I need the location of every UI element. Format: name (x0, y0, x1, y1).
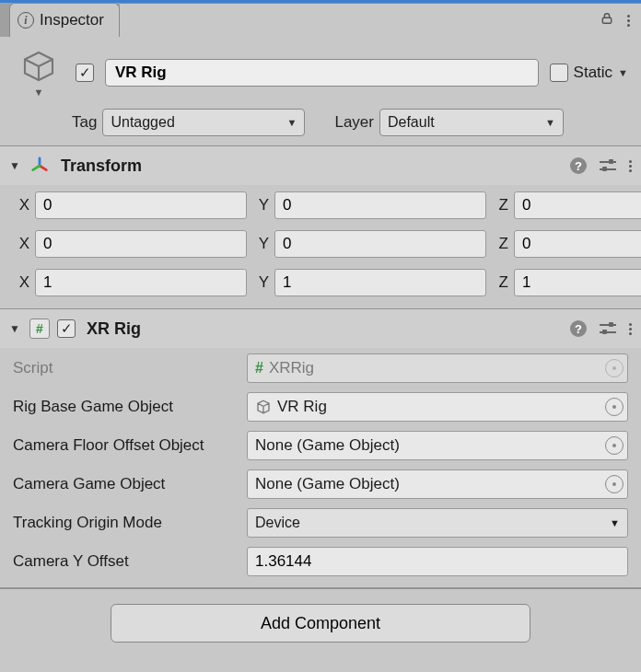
layer-value: Default (388, 114, 435, 131)
object-picker-icon[interactable] (605, 398, 624, 416)
camera-obj-value: None (Game Object) (255, 475, 600, 493)
xrrig-title: XR Rig (87, 319, 563, 339)
tracking-mode-value: Device (255, 515, 300, 531)
scale-y-input[interactable] (274, 269, 486, 296)
object-picker-icon[interactable] (605, 436, 624, 455)
axis-x-label: X (13, 273, 29, 292)
static-dropdown-chevron-icon[interactable]: ▼ (618, 67, 628, 78)
inspector-menu-icon[interactable] (627, 15, 630, 27)
y-offset-input[interactable] (247, 547, 628, 576)
tag-label: Tag (72, 113, 97, 132)
floor-offset-label: Camera Floor Offset Object (13, 436, 247, 455)
inspector-tab[interactable]: i Inspector (9, 3, 120, 37)
y-offset-label: Camera Y Offset (13, 552, 247, 571)
transform-component: ▼ Transform ? Position X Y Z Rotation X … (0, 145, 641, 309)
static-label: Static (574, 64, 613, 82)
layer-dropdown[interactable]: Default ▼ (379, 109, 564, 136)
gameobject-icon-chevron-icon[interactable]: ▼ (34, 87, 44, 98)
rotation-z-input[interactable] (514, 230, 641, 258)
help-icon[interactable]: ? (570, 320, 587, 337)
rotation-x-input[interactable] (35, 230, 247, 258)
gameobject-icon[interactable] (20, 48, 57, 85)
script-label: Script (13, 359, 247, 377)
scale-z-input[interactable] (514, 269, 641, 296)
gameobject-name-input[interactable] (105, 59, 539, 87)
script-icon: # (29, 319, 50, 339)
transform-title: Transform (61, 156, 563, 176)
rig-base-value: VR Rig (277, 398, 600, 416)
camera-obj-field[interactable]: None (Game Object) (247, 469, 628, 499)
script-value: XRRig (269, 359, 600, 377)
tag-value: Untagged (111, 114, 174, 131)
position-x-input[interactable] (35, 191, 247, 219)
add-component-button[interactable]: Add Component (111, 604, 530, 643)
help-icon[interactable]: ? (570, 157, 587, 174)
axis-z-label: Z (492, 235, 508, 253)
chevron-down-icon: ▼ (287, 117, 297, 128)
tracking-mode-label: Tracking Origin Mode (13, 514, 247, 532)
svg-rect-0 (602, 17, 611, 23)
layer-label: Layer (334, 113, 374, 132)
axis-y-label: Y (252, 273, 269, 292)
info-icon: i (17, 12, 34, 29)
static-checkbox[interactable] (550, 64, 568, 82)
axis-x-label: X (13, 235, 29, 253)
xrrig-enabled-checkbox[interactable]: ✓ (57, 319, 76, 338)
component-menu-icon[interactable] (629, 160, 632, 172)
lock-icon[interactable] (600, 11, 614, 29)
tab-title: Inspector (40, 11, 104, 29)
object-picker-icon[interactable] (605, 475, 624, 493)
component-menu-icon[interactable] (629, 323, 632, 335)
position-z-input[interactable] (514, 191, 641, 219)
foldout-icon[interactable]: ▼ (9, 322, 22, 335)
tracking-mode-dropdown[interactable]: Device ▼ (247, 508, 628, 538)
gameobject-active-checkbox[interactable]: ✓ (76, 64, 94, 82)
hash-icon: # (255, 360, 263, 377)
transform-header[interactable]: ▼ Transform ? (0, 146, 641, 185)
rig-base-label: Rig Base Game Object (13, 398, 247, 416)
axis-y-label: Y (252, 235, 269, 253)
tag-dropdown[interactable]: Untagged ▼ (102, 109, 305, 136)
preset-icon[interactable] (600, 321, 616, 336)
axis-x-label: X (13, 196, 29, 214)
add-component-area: Add Component (0, 588, 641, 657)
gameobject-header: ▼ ✓ Static ▼ Tag Untagged ▼ Layer Defaul… (0, 37, 641, 145)
axis-y-label: Y (252, 196, 269, 214)
transform-icon (29, 156, 50, 176)
axis-z-label: Z (492, 273, 508, 292)
rotation-y-input[interactable] (274, 230, 486, 258)
rig-base-field[interactable]: VR Rig (247, 392, 628, 422)
axis-z-label: Z (492, 196, 508, 214)
scale-x-input[interactable] (35, 269, 247, 296)
camera-obj-label: Camera Game Object (13, 475, 247, 493)
preset-icon[interactable] (600, 158, 616, 173)
gameobject-small-icon (255, 399, 272, 415)
chevron-down-icon: ▼ (545, 117, 555, 128)
floor-offset-field[interactable]: None (Game Object) (247, 431, 628, 460)
floor-offset-value: None (Game Object) (255, 436, 600, 455)
xrrig-component: ▼ # ✓ XR Rig ? Script # XRRig Rig Base G… (0, 309, 641, 588)
chevron-down-icon: ▼ (610, 517, 620, 528)
xrrig-header[interactable]: ▼ # ✓ XR Rig ? (0, 309, 641, 348)
inspector-tab-bar: i Inspector (0, 0, 641, 37)
svg-line-3 (33, 166, 40, 170)
object-picker-icon (605, 359, 624, 377)
inspector-header-actions (120, 3, 641, 37)
script-field: # XRRig (247, 353, 628, 383)
position-y-input[interactable] (274, 191, 486, 219)
foldout-icon[interactable]: ▼ (9, 159, 22, 172)
